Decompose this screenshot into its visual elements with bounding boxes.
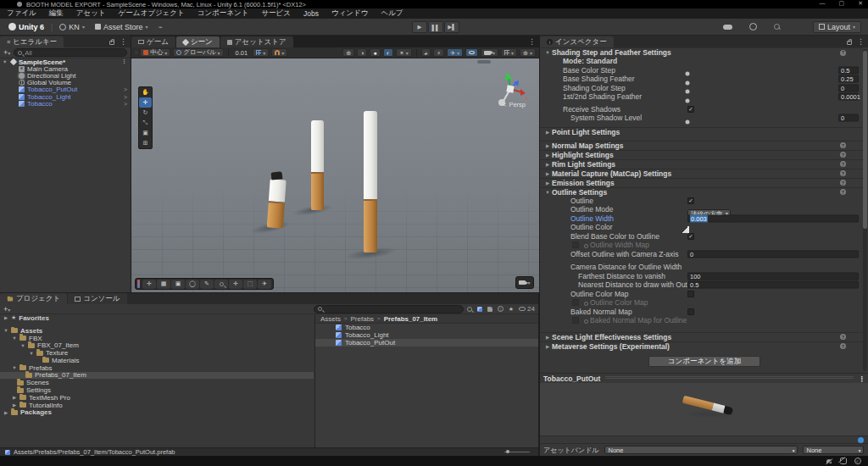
kebab-menu-icon[interactable]: ⋮ [859,374,866,383]
foldout-icon[interactable]: ▶ [543,335,552,340]
add-component-button[interactable]: コンポーネントを追加 [648,356,760,367]
foldout-icon[interactable]: ▼ [3,59,7,64]
hierarchy-search-input[interactable]: All [14,48,127,57]
scene-lighting-toggle[interactable]: ◐ [383,48,393,57]
camera-preview-toggle[interactable]: ▾ [515,276,534,289]
menu-window[interactable]: ウィンドウ [331,8,369,19]
base-shading-feather-value[interactable]: 0.25 [838,75,859,83]
menu-assets[interactable]: アセット [76,8,106,19]
navigate-overlay-button[interactable]: ✈ [258,280,271,289]
hierarchy-item-tobacco-light[interactable]: Tobacco_Light > [0,93,131,100]
breadcrumb-prefabs[interactable]: Prefabs [351,315,375,323]
section-normal-map[interactable]: ▶ Normal Map Settings ? [540,141,863,150]
search-in-icon[interactable] [467,307,472,312]
outline-color-map-checkbox[interactable] [687,291,694,297]
section-rim-light[interactable]: ▶ Rim Light Settings ? [540,159,863,169]
kebab-menu-icon[interactable]: ⋮ [857,37,865,46]
tab-game[interactable]: ゲーム [131,36,175,47]
shading-color-step-value[interactable]: 0 [838,84,859,92]
section-highlight[interactable]: ▶ Highlight Settings ? [540,150,863,159]
label-icon[interactable] [487,307,492,312]
orientation-dropdown[interactable]: グローバル ▾ [173,48,223,57]
help-icon[interactable]: ? [840,152,846,158]
tree-prefabs-07-item[interactable]: Prefabs_07_Item [0,372,314,380]
layout-dropdown[interactable]: Layout ▾ [813,21,861,33]
foldout-icon[interactable]: ▶ [543,153,552,158]
maximize-button[interactable]: ▢ [839,0,845,7]
fx-toggle[interactable]: ⚡ [433,48,444,57]
asset-bundle-variant-dropdown[interactable]: None ▾ [803,446,864,454]
overlay-handle[interactable] [477,60,491,64]
offset-outline-field[interactable]: 0 [687,250,859,258]
tree-texture[interactable]: ▼ Texture [0,349,314,357]
tab-hierarchy[interactable]: ≡ ヒエラルキー [0,36,64,47]
foldout-icon[interactable]: ▶ [543,130,552,135]
minimize-button[interactable]: — [820,0,826,7]
favorite-icon[interactable]: ★ [509,306,514,313]
lock-icon[interactable] [109,41,114,45]
tree-scenes[interactable]: Scenes [0,379,314,386]
tab-inspector[interactable]: i インスペクター [540,36,614,47]
play-button[interactable]: ▶ [412,21,427,33]
section-point-light[interactable]: ▶ Point Light Settings [540,127,863,136]
select-overlay-button[interactable]: ⬚ [243,280,257,289]
inspector-scrollbar[interactable] [863,49,867,371]
grid-snapping-dropdown[interactable]: ▾ [253,48,269,57]
add-asset-button[interactable]: +▾ [3,305,10,313]
section-scene-light-effectiveness[interactable]: ▶ Scene Light Effectiveness Settings ? [540,332,863,341]
help-icon[interactable]: ? [840,50,846,56]
tree-assets[interactable]: ▼ Assets [0,327,314,335]
menu-edit[interactable]: 編集 [49,8,64,19]
draw-mode-shaded-wire-toggle[interactable]: ◑ [357,48,367,57]
breadcrumb-current[interactable]: Prefabs_07_Item [384,315,438,323]
collab-icon[interactable]: ⌁ [153,21,167,33]
model-tobacco[interactable] [364,111,377,252]
step-button[interactable]: ▶▌ [444,21,459,33]
auto-refresh-off-icon[interactable] [839,458,847,465]
section-outline[interactable]: ▼ Outline Settings ? [540,187,863,197]
close-button[interactable]: ✕ [858,0,863,7]
zoom-overlay-button[interactable] [214,280,228,289]
menu-component[interactable]: コンポーネント [198,8,249,19]
file-tobacco-light[interactable]: Tobacco_Light [315,331,538,339]
gizmos-dropdown[interactable]: ⊕▾ [520,48,536,57]
move-tool-button[interactable]: ✛ [139,97,152,108]
help-icon[interactable]: ? [840,334,846,340]
brush-overlay-button[interactable]: ✎ [200,280,214,289]
audio-mute-toggle[interactable]: ♪ [421,48,431,57]
thumbnail-size-slider[interactable] [504,452,530,452]
tab-console[interactable]: コンソール [68,293,126,304]
kebab-menu-icon[interactable]: ⋮ [120,37,127,46]
tree-materials[interactable]: Materials [0,357,314,364]
blend-base-color-checkbox[interactable]: ✓ [687,233,694,240]
kebab-menu-icon[interactable]: ⋮ [121,58,127,65]
pan-overlay-button[interactable]: ✛ [229,280,242,289]
transform-tool-button[interactable]: ⊞ [139,138,152,148]
foldout-icon[interactable]: ▶ [543,143,552,148]
project-search-input[interactable] [314,305,464,313]
help-icon[interactable]: ? [840,142,846,148]
cloud-icon[interactable] [723,25,732,30]
prefab-open-icon[interactable]: > [124,86,127,92]
toolbar-drag-handle[interactable]: ⁞⁞ [135,50,137,55]
foldout-icon[interactable]: ▼ [543,190,552,195]
compile-status-icon[interactable]: ✓ [854,458,861,465]
foldout-icon[interactable]: ▶ [543,162,552,167]
menu-jobs[interactable]: Jobs [303,9,319,18]
help-icon[interactable]: ? [840,170,846,176]
hierarchy-item-tobacco[interactable]: Tobacco > [0,100,131,107]
foldout-icon[interactable]: ▶ [543,171,552,176]
help-icon[interactable]: ? [840,161,846,167]
model-tobacco-light[interactable] [311,120,324,210]
account-dropdown[interactable]: KN ▾ [54,21,90,33]
persp-label[interactable]: < Persp [503,101,526,108]
move-overlay-button[interactable]: ✛ [142,280,156,289]
tab-scene[interactable]: シーン [176,36,220,47]
menu-services[interactable]: サービス [261,8,291,19]
tab-asset-store[interactable]: アセットストア [220,36,293,47]
nearest-distance-field[interactable]: 0.5 [687,281,859,289]
rect-tool-button[interactable]: ▣ [139,128,152,138]
sphere-overlay-button[interactable]: ◯ [186,280,199,289]
section-emission[interactable]: ▶ Emission Settings ? [540,178,863,187]
shading-feather-value[interactable]: 0.0001 [838,93,859,101]
